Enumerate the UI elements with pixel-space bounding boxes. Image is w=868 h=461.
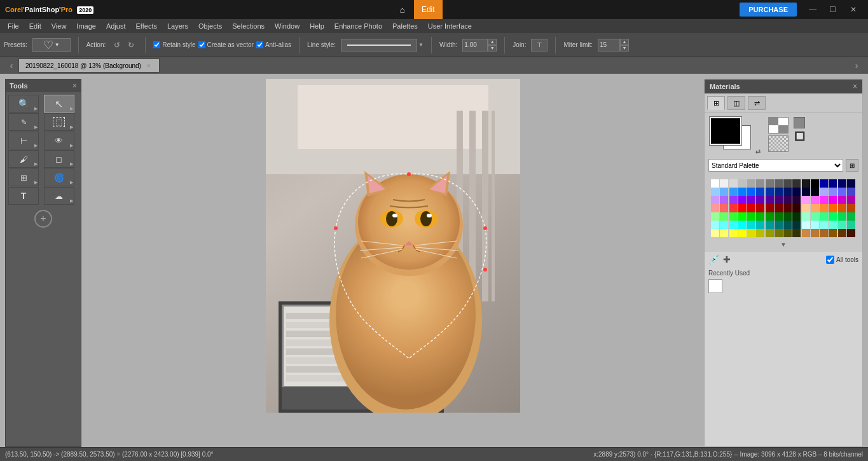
swap-colors-icon[interactable]: ⇄ bbox=[755, 148, 761, 155]
color-cell[interactable] bbox=[820, 188, 828, 196]
color-cell[interactable] bbox=[802, 204, 810, 212]
color-cell[interactable] bbox=[729, 179, 738, 188]
home-button[interactable]: ⌂ bbox=[391, 0, 414, 19]
presets-dropdown[interactable]: ♡ ▼ bbox=[32, 38, 71, 52]
palette-options-button[interactable]: ⊞ bbox=[846, 159, 858, 172]
tab-next[interactable]: › bbox=[850, 57, 863, 74]
color-cell[interactable] bbox=[720, 196, 728, 204]
color-cell[interactable] bbox=[775, 196, 783, 204]
color-cell[interactable] bbox=[783, 179, 792, 188]
add-tool-button[interactable]: + bbox=[34, 210, 52, 228]
color-cell[interactable] bbox=[802, 196, 810, 204]
minimize-button[interactable]: — bbox=[803, 0, 822, 19]
color-cell[interactable] bbox=[783, 229, 792, 237]
color-cell[interactable] bbox=[756, 179, 764, 188]
undo-button[interactable]: ↺ bbox=[111, 39, 123, 52]
create-as-vector-checkbox[interactable]: Create as vector bbox=[198, 41, 254, 48]
menu-adjust[interactable]: Adjust bbox=[101, 19, 131, 33]
color-cell[interactable] bbox=[738, 179, 747, 188]
width-spinner[interactable]: ▲ ▼ bbox=[462, 39, 497, 52]
color-cyan[interactable] bbox=[738, 221, 747, 229]
maximize-button[interactable]: ☐ bbox=[823, 0, 843, 19]
color-cell[interactable] bbox=[802, 229, 810, 237]
color-cell[interactable] bbox=[747, 204, 755, 212]
color-cell[interactable] bbox=[766, 204, 774, 212]
line-style-selector[interactable] bbox=[341, 39, 417, 52]
eyedropper-icon[interactable]: 🔲 bbox=[794, 130, 805, 142]
pan-tool[interactable]: 👁 ▶ bbox=[44, 132, 74, 149]
canvas-area[interactable] bbox=[81, 74, 704, 447]
color-cell[interactable] bbox=[756, 212, 764, 221]
menu-file[interactable]: File bbox=[3, 19, 24, 33]
text-tool[interactable]: T bbox=[8, 187, 39, 205]
width-input[interactable] bbox=[462, 39, 488, 52]
color-cell[interactable] bbox=[792, 221, 801, 229]
crop-tool[interactable]: ⊢ ▶ bbox=[8, 132, 39, 149]
retain-style-check[interactable] bbox=[153, 41, 160, 48]
color-cell[interactable] bbox=[720, 179, 728, 188]
color-cell[interactable] bbox=[783, 221, 792, 229]
tools-close-button[interactable]: × bbox=[72, 81, 77, 90]
color-cell[interactable] bbox=[775, 179, 783, 188]
adjust-tool[interactable]: 🌀 ▶ bbox=[44, 169, 74, 186]
eyedropper-tool-button[interactable]: 💉 bbox=[708, 254, 719, 265]
erase-tool[interactable]: ◻ ▶ bbox=[44, 150, 74, 168]
color-cell[interactable] bbox=[738, 188, 747, 196]
color-black[interactable] bbox=[811, 179, 819, 188]
color-cell[interactable] bbox=[720, 212, 728, 221]
deform-tool[interactable]: ✎ ▶ bbox=[8, 113, 39, 131]
color-cell[interactable] bbox=[747, 221, 755, 229]
create-as-vector-check[interactable] bbox=[198, 41, 205, 48]
color-cell[interactable] bbox=[775, 229, 783, 237]
color-cell[interactable] bbox=[792, 179, 801, 188]
color-cell[interactable] bbox=[720, 204, 728, 212]
color-cell[interactable] bbox=[838, 179, 846, 188]
menu-edit[interactable]: Edit bbox=[24, 19, 46, 33]
color-cell[interactable] bbox=[820, 221, 828, 229]
color-cell[interactable] bbox=[711, 229, 719, 237]
color-cell[interactable] bbox=[729, 212, 738, 221]
color-cell[interactable] bbox=[847, 229, 855, 237]
width-up[interactable]: ▲ bbox=[488, 39, 497, 45]
color-cell[interactable] bbox=[756, 229, 764, 237]
color-cell[interactable] bbox=[792, 212, 801, 221]
miter-up[interactable]: ▲ bbox=[620, 39, 629, 45]
color-cell[interactable] bbox=[811, 212, 819, 221]
color-cell[interactable] bbox=[766, 221, 774, 229]
all-tools-check[interactable] bbox=[826, 256, 834, 264]
color-yellow[interactable] bbox=[738, 229, 747, 237]
menu-window[interactable]: Window bbox=[270, 19, 305, 33]
color-cell[interactable] bbox=[829, 188, 837, 196]
color-cell[interactable] bbox=[766, 179, 774, 188]
image-canvas[interactable] bbox=[266, 79, 520, 413]
color-cell[interactable] bbox=[783, 212, 792, 221]
color-cell[interactable] bbox=[847, 212, 855, 221]
color-cell[interactable] bbox=[775, 221, 783, 229]
menu-enhance-photo[interactable]: Enhance Photo bbox=[329, 19, 387, 33]
menu-view[interactable]: View bbox=[46, 19, 72, 33]
color-cell[interactable] bbox=[729, 221, 738, 229]
color-cell[interactable] bbox=[747, 229, 755, 237]
color-cell[interactable] bbox=[847, 196, 855, 204]
color-cell[interactable] bbox=[711, 204, 719, 212]
color-cell[interactable] bbox=[766, 188, 774, 196]
color-cell[interactable] bbox=[829, 221, 837, 229]
color-cell[interactable] bbox=[766, 212, 774, 221]
color-cell[interactable] bbox=[792, 188, 801, 196]
color-cell[interactable] bbox=[711, 188, 719, 196]
color-cell[interactable] bbox=[847, 204, 855, 212]
color-cell[interactable] bbox=[783, 188, 792, 196]
selection-tool[interactable]: ⬚ ▶ bbox=[44, 113, 74, 131]
color-cell[interactable] bbox=[820, 196, 828, 204]
color-cell[interactable] bbox=[802, 221, 810, 229]
color-cell[interactable] bbox=[811, 204, 819, 212]
tab-background[interactable]: 20190822_160018 @ 13% (Background) × bbox=[18, 58, 160, 72]
color-cell[interactable] bbox=[747, 212, 755, 221]
color-cell[interactable] bbox=[729, 229, 738, 237]
color-cell[interactable] bbox=[711, 212, 719, 221]
color-cell[interactable] bbox=[729, 196, 738, 204]
color-cell[interactable] bbox=[747, 196, 755, 204]
paint-tool[interactable]: 🖌 ▶ bbox=[8, 150, 39, 168]
edit-mode-button[interactable]: Edit bbox=[414, 0, 443, 19]
close-button[interactable]: ✕ bbox=[844, 0, 863, 19]
